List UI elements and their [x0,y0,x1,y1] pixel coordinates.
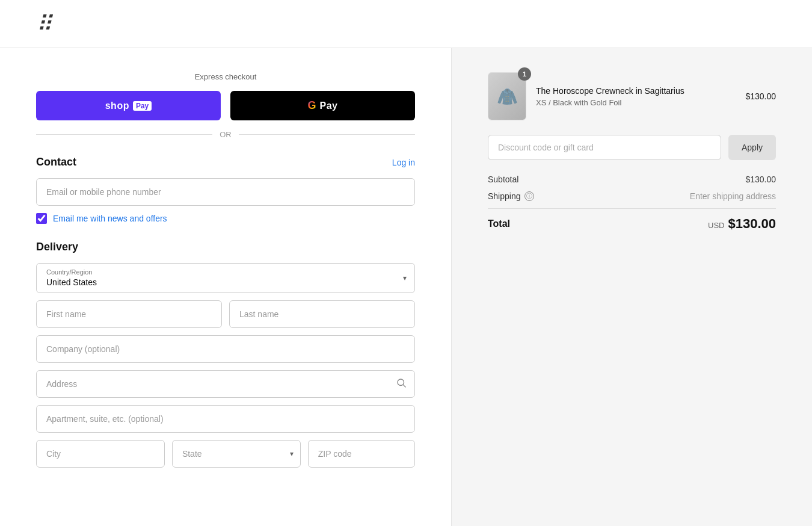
country-select[interactable]: United States Canada United Kingdom Aust… [46,277,405,287]
country-label: Country/Region [46,268,405,276]
total-currency: USD [708,221,724,230]
delivery-section-title: Delivery [36,241,78,253]
zip-input[interactable] [308,440,415,468]
discount-input[interactable] [488,135,721,160]
header: ⠿ [0,0,812,48]
last-name-group [229,300,415,328]
state-col: State Alabama Alaska Arizona California … [172,440,301,468]
shop-pay-badge: Pay [133,101,152,111]
subtotal-line: Subtotal $130.00 [488,175,776,184]
state-select-wrapper: State Alabama Alaska Arizona California … [172,440,301,468]
google-pay-text: Pay [320,101,338,111]
shop-pay-shop-text: shop [105,101,129,111]
product-image-placeholder: 🧥 [488,73,526,120]
product-image-wrapper: 🧥 1 [488,72,526,120]
total-amount: $130.00 [728,216,776,232]
summary-divider [488,208,776,209]
city-input[interactable] [36,440,165,468]
apartment-group [36,405,415,433]
country-region-wrapper: Country/Region United States Canada Unit… [36,263,415,293]
or-divider: OR [36,130,415,139]
main-layout: Express checkout shop Pay G Pay OR Conta… [0,48,812,526]
address-input[interactable] [36,370,415,398]
subtotal-label: Subtotal [488,175,518,184]
product-name: The Horoscope Crewneck in Sagittarius [536,86,736,96]
google-g-letter: G [308,99,316,112]
email-checkbox-label[interactable]: Email me with news and offers [53,214,167,223]
email-checkbox[interactable] [36,213,47,224]
apply-button[interactable]: Apply [728,135,776,160]
name-row [36,300,415,328]
shipping-label-wrapper: Shipping ⓘ [488,191,534,201]
first-name-group [36,300,222,328]
left-panel: Express checkout shop Pay G Pay OR Conta… [0,48,451,526]
subtotal-value: $130.00 [745,175,776,184]
shipping-line: Shipping ⓘ Enter shipping address [488,191,776,201]
address-wrapper [36,370,415,398]
product-figure-icon: 🧥 [497,87,518,107]
google-pay-button[interactable]: G Pay [230,91,415,120]
country-select-inner: Country/Region United States Canada Unit… [36,263,415,293]
discount-row: Apply [488,135,776,160]
total-value-wrapper: USD $130.00 [708,216,776,232]
product-price: $130.00 [745,91,776,101]
city-col [36,440,165,468]
logo: ⠿ [36,13,51,35]
quantity-badge: 1 [518,67,531,81]
product-info: The Horoscope Crewneck in Sagittarius XS… [536,86,736,107]
email-input-group [36,178,415,206]
shipping-label: Shipping [488,191,521,201]
email-input[interactable] [36,178,415,206]
shipping-info-icon[interactable]: ⓘ [524,191,534,201]
total-label: Total [488,218,510,229]
contact-section-title: Contact [36,156,76,169]
express-checkout-label: Express checkout [36,72,415,81]
city-state-zip-row: State Alabama Alaska Arizona California … [36,440,415,468]
total-line: Total USD $130.00 [488,216,776,232]
express-buttons: shop Pay G Pay [36,91,415,120]
shipping-value: Enter shipping address [690,191,776,201]
contact-section-header: Contact Log in [36,156,415,169]
right-panel: 🧥 1 The Horoscope Crewneck in Sagittariu… [451,48,812,526]
zip-col [308,440,415,468]
product-row: 🧥 1 The Horoscope Crewneck in Sagittariu… [488,72,776,120]
login-link[interactable]: Log in [392,158,415,167]
company-input[interactable] [36,335,415,363]
apartment-input[interactable] [36,405,415,433]
company-group [36,335,415,363]
state-select[interactable]: State Alabama Alaska Arizona California … [172,440,301,468]
email-checkbox-row: Email me with news and offers [36,213,415,224]
product-variant: XS / Black with Gold Foil [536,98,736,107]
shop-pay-button[interactable]: shop Pay [36,91,221,120]
first-name-input[interactable] [36,300,222,328]
delivery-section: Delivery Country/Region United States Ca… [36,241,415,468]
delivery-section-header: Delivery [36,241,415,253]
last-name-input[interactable] [229,300,415,328]
